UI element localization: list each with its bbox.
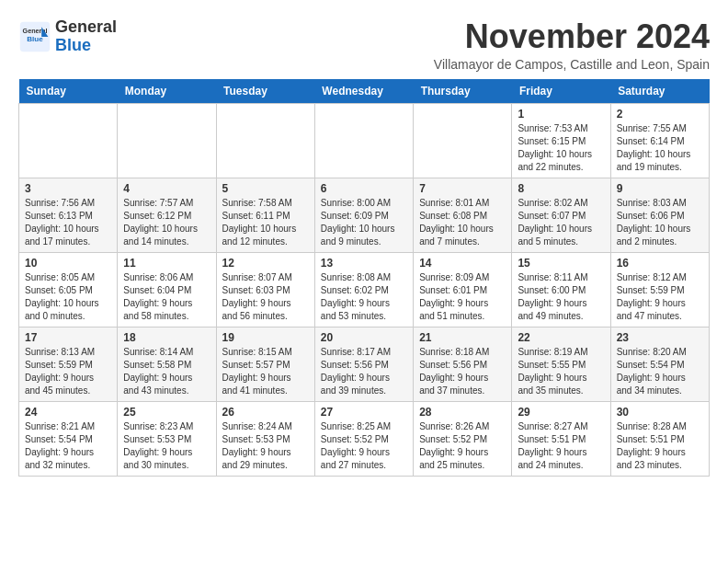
day-number: 14 xyxy=(419,257,506,270)
day-number: 23 xyxy=(617,331,703,344)
day-number: 18 xyxy=(123,331,210,344)
calendar-day-cell: 27Sunrise: 8:25 AM Sunset: 5:52 PM Dayli… xyxy=(314,401,413,476)
weekday-header: Wednesday xyxy=(314,79,413,104)
calendar-day-cell: 2Sunrise: 7:55 AM Sunset: 6:14 PM Daylig… xyxy=(610,103,709,178)
logo-general-text: General xyxy=(55,17,117,36)
day-info: Sunrise: 8:27 AM Sunset: 5:51 PM Dayligh… xyxy=(518,420,604,472)
day-info: Sunrise: 8:17 AM Sunset: 5:56 PM Dayligh… xyxy=(321,346,407,397)
day-info: Sunrise: 7:55 AM Sunset: 6:14 PM Dayligh… xyxy=(617,122,703,174)
day-number: 22 xyxy=(518,331,604,344)
calendar-week-row: 3Sunrise: 7:56 AM Sunset: 6:13 PM Daylig… xyxy=(19,178,710,252)
logo-blue-text: Blue xyxy=(55,36,91,54)
day-info: Sunrise: 8:20 AM Sunset: 5:54 PM Dayligh… xyxy=(617,346,703,397)
calendar-day-cell: 19Sunrise: 8:15 AM Sunset: 5:57 PM Dayli… xyxy=(216,327,314,401)
day-info: Sunrise: 8:12 AM Sunset: 5:59 PM Dayligh… xyxy=(617,271,703,323)
calendar-day-cell xyxy=(216,103,314,178)
day-number: 29 xyxy=(518,406,604,419)
weekday-header: Sunday xyxy=(19,79,118,104)
day-info: Sunrise: 8:03 AM Sunset: 6:06 PM Dayligh… xyxy=(617,197,703,248)
weekday-header: Friday xyxy=(512,79,610,104)
calendar-week-row: 1Sunrise: 7:53 AM Sunset: 6:15 PM Daylig… xyxy=(19,103,710,178)
day-info: Sunrise: 8:13 AM Sunset: 5:59 PM Dayligh… xyxy=(25,346,111,397)
day-number: 30 xyxy=(617,406,703,419)
calendar-day-cell: 13Sunrise: 8:08 AM Sunset: 6:02 PM Dayli… xyxy=(314,252,413,327)
calendar-week-row: 10Sunrise: 8:05 AM Sunset: 6:05 PM Dayli… xyxy=(19,252,710,327)
day-number: 5 xyxy=(222,182,309,195)
weekday-header: Saturday xyxy=(610,79,709,104)
calendar-day-cell: 26Sunrise: 8:24 AM Sunset: 5:53 PM Dayli… xyxy=(216,401,314,476)
month-title: November 2024 xyxy=(434,18,710,55)
calendar-day-cell: 16Sunrise: 8:12 AM Sunset: 5:59 PM Dayli… xyxy=(610,252,709,327)
logo: General Blue General Blue xyxy=(18,18,117,55)
day-number: 25 xyxy=(123,406,210,419)
svg-text:Blue: Blue xyxy=(27,35,43,43)
location-text: Villamayor de Campos, Castille and Leon,… xyxy=(434,57,710,72)
day-info: Sunrise: 8:15 AM Sunset: 5:57 PM Dayligh… xyxy=(222,346,309,397)
day-info: Sunrise: 7:53 AM Sunset: 6:15 PM Dayligh… xyxy=(518,122,604,174)
weekday-header: Tuesday xyxy=(216,79,314,104)
calendar-day-cell: 11Sunrise: 8:06 AM Sunset: 6:04 PM Dayli… xyxy=(118,252,216,327)
day-number: 2 xyxy=(617,108,703,121)
calendar-week-row: 17Sunrise: 8:13 AM Sunset: 5:59 PM Dayli… xyxy=(19,327,710,401)
calendar-day-cell: 14Sunrise: 8:09 AM Sunset: 6:01 PM Dayli… xyxy=(414,252,512,327)
day-info: Sunrise: 7:56 AM Sunset: 6:13 PM Dayligh… xyxy=(25,197,111,248)
day-info: Sunrise: 8:06 AM Sunset: 6:04 PM Dayligh… xyxy=(123,271,210,323)
calendar-day-cell: 6Sunrise: 8:00 AM Sunset: 6:09 PM Daylig… xyxy=(314,178,413,252)
calendar-day-cell: 18Sunrise: 8:14 AM Sunset: 5:58 PM Dayli… xyxy=(118,327,216,401)
day-number: 4 xyxy=(123,182,210,195)
calendar-day-cell: 4Sunrise: 7:57 AM Sunset: 6:12 PM Daylig… xyxy=(118,178,216,252)
day-info: Sunrise: 8:19 AM Sunset: 5:55 PM Dayligh… xyxy=(518,346,604,397)
calendar-day-cell: 17Sunrise: 8:13 AM Sunset: 5:59 PM Dayli… xyxy=(19,327,118,401)
calendar-day-cell: 30Sunrise: 8:28 AM Sunset: 5:51 PM Dayli… xyxy=(610,401,709,476)
day-info: Sunrise: 7:57 AM Sunset: 6:12 PM Dayligh… xyxy=(123,197,210,248)
day-info: Sunrise: 8:11 AM Sunset: 6:00 PM Dayligh… xyxy=(518,271,604,323)
calendar-day-cell: 9Sunrise: 8:03 AM Sunset: 6:06 PM Daylig… xyxy=(610,178,709,252)
day-number: 9 xyxy=(617,182,703,195)
day-info: Sunrise: 8:26 AM Sunset: 5:52 PM Dayligh… xyxy=(419,420,506,472)
day-info: Sunrise: 8:01 AM Sunset: 6:08 PM Dayligh… xyxy=(419,197,506,248)
day-info: Sunrise: 8:23 AM Sunset: 5:53 PM Dayligh… xyxy=(123,420,210,472)
calendar-day-cell: 25Sunrise: 8:23 AM Sunset: 5:53 PM Dayli… xyxy=(118,401,216,476)
day-number: 17 xyxy=(25,331,111,344)
day-number: 12 xyxy=(222,257,309,270)
calendar-day-cell: 5Sunrise: 7:58 AM Sunset: 6:11 PM Daylig… xyxy=(216,178,314,252)
weekday-header-row: SundayMondayTuesdayWednesdayThursdayFrid… xyxy=(19,79,710,104)
day-info: Sunrise: 8:00 AM Sunset: 6:09 PM Dayligh… xyxy=(321,197,407,248)
weekday-header: Thursday xyxy=(414,79,512,104)
day-number: 16 xyxy=(617,257,703,270)
day-info: Sunrise: 7:58 AM Sunset: 6:11 PM Dayligh… xyxy=(222,197,309,248)
day-info: Sunrise: 8:18 AM Sunset: 5:56 PM Dayligh… xyxy=(419,346,506,397)
title-area: November 2024 Villamayor de Campos, Cast… xyxy=(434,18,710,72)
calendar-day-cell xyxy=(19,103,118,178)
calendar-day-cell xyxy=(414,103,512,178)
day-number: 27 xyxy=(321,406,407,419)
day-info: Sunrise: 8:02 AM Sunset: 6:07 PM Dayligh… xyxy=(518,197,604,248)
day-number: 8 xyxy=(518,182,604,195)
day-number: 19 xyxy=(222,331,309,344)
day-number: 26 xyxy=(222,406,309,419)
calendar-day-cell: 23Sunrise: 8:20 AM Sunset: 5:54 PM Dayli… xyxy=(610,327,709,401)
day-info: Sunrise: 8:08 AM Sunset: 6:02 PM Dayligh… xyxy=(321,271,407,323)
day-number: 13 xyxy=(321,257,407,270)
calendar-day-cell: 20Sunrise: 8:17 AM Sunset: 5:56 PM Dayli… xyxy=(314,327,413,401)
calendar-day-cell: 10Sunrise: 8:05 AM Sunset: 6:05 PM Dayli… xyxy=(19,252,118,327)
calendar-day-cell xyxy=(118,103,216,178)
calendar-day-cell: 12Sunrise: 8:07 AM Sunset: 6:03 PM Dayli… xyxy=(216,252,314,327)
calendar-day-cell: 29Sunrise: 8:27 AM Sunset: 5:51 PM Dayli… xyxy=(512,401,610,476)
day-info: Sunrise: 8:14 AM Sunset: 5:58 PM Dayligh… xyxy=(123,346,210,397)
day-info: Sunrise: 8:28 AM Sunset: 5:51 PM Dayligh… xyxy=(617,420,703,472)
calendar-day-cell: 22Sunrise: 8:19 AM Sunset: 5:55 PM Dayli… xyxy=(512,327,610,401)
day-number: 15 xyxy=(518,257,604,270)
calendar-day-cell: 28Sunrise: 8:26 AM Sunset: 5:52 PM Dayli… xyxy=(414,401,512,476)
day-number: 6 xyxy=(321,182,407,195)
calendar-day-cell: 21Sunrise: 8:18 AM Sunset: 5:56 PM Dayli… xyxy=(414,327,512,401)
page-header: General Blue General Blue November 2024 … xyxy=(18,18,710,72)
calendar-day-cell: 24Sunrise: 8:21 AM Sunset: 5:54 PM Dayli… xyxy=(19,401,118,476)
calendar-day-cell xyxy=(314,103,413,178)
calendar-day-cell: 8Sunrise: 8:02 AM Sunset: 6:07 PM Daylig… xyxy=(512,178,610,252)
day-info: Sunrise: 8:07 AM Sunset: 6:03 PM Dayligh… xyxy=(222,271,309,323)
calendar-table: SundayMondayTuesdayWednesdayThursdayFrid… xyxy=(18,79,710,477)
day-number: 11 xyxy=(123,257,210,270)
day-number: 10 xyxy=(25,257,111,270)
calendar-day-cell: 15Sunrise: 8:11 AM Sunset: 6:00 PM Dayli… xyxy=(512,252,610,327)
